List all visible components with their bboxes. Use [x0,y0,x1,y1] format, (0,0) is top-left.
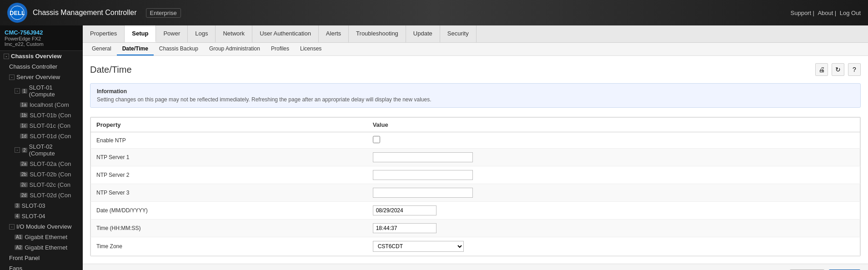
sidebar-label: SLOT-02d (Con [30,192,71,199]
sidebar-item-slot01a[interactable]: 1a localhost (Com [0,100,83,110]
slot-badge: 2c [20,182,28,187]
tab-update[interactable]: Update [406,25,440,42]
tree-toggle: - [15,88,20,94]
sidebar-item-slot01[interactable]: - 1 SLOT-01 (Compute [0,82,83,100]
tab-setup[interactable]: Setup [125,25,156,42]
sidebar-label: SLOT-01c (Con [30,122,70,129]
subtab-general[interactable]: General [86,43,117,55]
sidebar-item-a1[interactable]: A1 Gigabit Ethernet [0,232,83,242]
footer-actions: Cancel Apply [83,264,868,270]
slot-badge: 2a [20,161,28,166]
tab-power[interactable]: Power [156,25,188,42]
sidebar-item-slot01d[interactable]: 1d SLOT-01d (Con [0,131,83,141]
tree-toggle: - [4,54,9,59]
sidebar-label: I/O Module Overview [16,223,71,230]
prop-label-ntp-server-2: NTP Server 2 [91,166,367,184]
tab-security[interactable]: Security [440,25,477,42]
device-name: CMC-756J942 [5,29,78,36]
time-input[interactable] [373,223,437,233]
slot-badge: 1b [20,113,28,118]
tab-user-authentication[interactable]: User Authentication [252,25,319,42]
sidebar-item-slot02c[interactable]: 2c SLOT-02c (Con [0,180,83,190]
sidebar-item-io-overview[interactable]: - I/O Module Overview [0,221,83,232]
sidebar-item-front-panel[interactable]: Front Panel [0,253,83,263]
sidebar-label: SLOT-02 (Compute [29,143,79,157]
sidebar-label: Fans [9,265,22,270]
prop-value-ntp-server-2 [367,166,860,184]
sidebar-label: SLOT-02c (Con [30,181,70,188]
tab-alerts[interactable]: Alerts [319,25,349,42]
sidebar-item-server-overview[interactable]: - Server Overview [0,72,83,82]
prop-label-timezone: Time Zone [91,237,367,256]
prop-label-ntp-server-1: NTP Server 1 [91,149,367,166]
property-table-wrapper: Property Value Enable NTP NTP Server [90,117,861,256]
row-time: Time (HH:MM:SS) [91,220,860,237]
info-box-title: Information [97,88,854,95]
sidebar-label: Server Overview [16,74,60,80]
subtab-group-administration[interactable]: Group Administration [204,43,266,55]
tree-toggle: - [15,147,20,153]
sidebar-item-slot03[interactable]: 3 SLOT-03 [0,200,83,211]
print-button[interactable]: 🖨 [815,63,828,76]
support-link[interactable]: Support [791,10,812,16]
info-box: Information Setting changes on this page… [90,83,861,108]
date-input[interactable] [373,205,437,215]
sidebar-item-a2[interactable]: A2 Gigabit Ethernet [0,242,83,253]
property-table: Property Value Enable NTP NTP Server [90,117,860,256]
about-link[interactable]: About [818,10,833,16]
main-layout: CMC-756J942 PowerEdge FX2 lmc_e22, Custo… [0,25,868,270]
subtab-datetime[interactable]: Date/Time [117,43,154,55]
tab-logs[interactable]: Logs [188,25,216,42]
page-title: Date/Time [90,65,815,75]
subtab-profiles[interactable]: Profiles [266,43,295,55]
sidebar-item-slot02[interactable]: - 2 SLOT-02 (Compute [0,141,83,159]
logout-link[interactable]: Log Out [840,10,861,16]
sidebar-label: Front Panel [9,255,40,261]
sidebar-item-slot02b[interactable]: 2b SLOT-02b (Con [0,169,83,180]
prop-label-time: Time (HH:MM:SS) [91,220,367,237]
sidebar-item-slot01b[interactable]: 1b SLOT-01b (Con [0,110,83,120]
slot-badge: 2d [20,193,28,198]
subtab-chassis-backup[interactable]: Chassis Backup [154,43,204,55]
refresh-button[interactable]: ↻ [832,63,844,76]
enable-ntp-checkbox[interactable] [373,136,380,143]
app-title: Chassis Management Controller [33,9,137,17]
prop-value-enable-ntp [367,132,860,149]
sidebar-label: SLOT-01d (Con [30,133,71,140]
sidebar-item-fans[interactable]: Fans [0,263,83,270]
sidebar-item-slot04[interactable]: 4 SLOT-04 [0,211,83,221]
content-area: Properties Setup Power Logs Network User… [83,25,868,270]
sidebar-item-slot01c[interactable]: 1c SLOT-01c (Con [0,120,83,131]
ntp-server-2-input[interactable] [373,170,473,180]
sidebar-label: SLOT-01 (Compute [29,84,79,98]
sidebar-label: SLOT-02a (Con [30,160,71,167]
sidebar-item-chassis-overview[interactable]: - Chassis Overview [0,51,83,61]
sidebar-label: SLOT-03 [22,202,45,209]
sidebar-label: Gigabit Ethernet [25,234,67,240]
ntp-server-1-input[interactable] [373,152,473,162]
slot-badge: A2 [15,245,23,250]
tab-network[interactable]: Network [216,25,252,42]
sidebar-item-chassis-controller[interactable]: Chassis Controller [0,61,83,72]
prop-value-time [367,220,860,237]
row-timezone: Time Zone CST6CDT UTC EST5EDT PST8PDT MS… [91,237,860,256]
subtab-licenses[interactable]: Licenses [295,43,327,55]
page-content: Date/Time 🖨 ↻ ? Information Setting chan… [83,56,868,264]
timezone-select[interactable]: CST6CDT UTC EST5EDT PST8PDT MST7MDT [373,241,464,252]
sidebar-item-slot02d[interactable]: 2d SLOT-02d (Con [0,190,83,200]
ntp-server-3-input[interactable] [373,188,473,198]
header: DELL Chassis Management Controller Enter… [0,0,868,25]
help-button[interactable]: ? [848,63,861,76]
dell-logo: DELL [7,3,27,23]
col-value: Value [367,118,860,132]
prop-label-date: Date (MM/DD/YYYY) [91,202,367,220]
tab-properties[interactable]: Properties [83,25,125,42]
device-info: CMC-756J942 PowerEdge FX2 lmc_e22, Custo… [0,25,83,51]
sidebar-item-slot02a[interactable]: 2a SLOT-02a (Con [0,159,83,169]
svg-text:DELL: DELL [10,10,25,16]
edition-label: Enterprise [146,8,181,18]
sidebar-label: Chassis Overview [11,53,61,60]
prop-value-date [367,202,860,220]
tab-troubleshooting[interactable]: Troubleshooting [349,25,406,42]
device-custom: lmc_e22, Custom [5,41,78,47]
